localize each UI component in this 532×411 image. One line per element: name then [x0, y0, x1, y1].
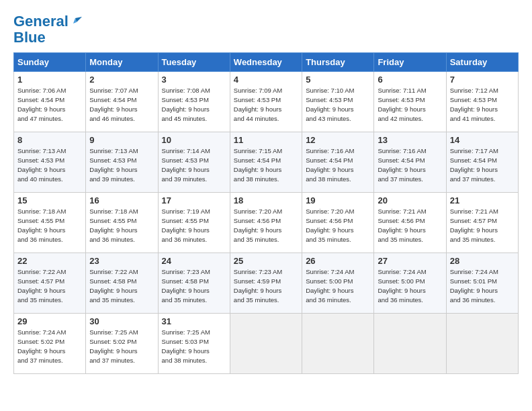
calendar-cell: 18 Sunrise: 7:20 AMSunset: 4:56 PMDaylig… [230, 193, 302, 253]
day-number: 4 [234, 75, 298, 85]
day-info: Sunrise: 7:20 AMSunset: 4:56 PMDaylight:… [306, 208, 354, 242]
weekday-header: Sunday [14, 53, 86, 72]
day-info: Sunrise: 7:09 AMSunset: 4:53 PMDaylight:… [234, 87, 282, 122]
calendar-cell: 6 Sunrise: 7:11 AMSunset: 4:53 PMDayligh… [374, 72, 446, 132]
calendar-cell [302, 314, 374, 374]
calendar-cell: 14 Sunrise: 7:17 AMSunset: 4:54 PMDaylig… [446, 132, 518, 193]
day-number: 22 [17, 256, 82, 266]
day-number: 26 [306, 256, 370, 266]
calendar-cell: 3 Sunrise: 7:08 AMSunset: 4:53 PMDayligh… [158, 72, 230, 132]
day-info: Sunrise: 7:07 AMSunset: 4:54 PMDaylight:… [89, 87, 138, 122]
day-number: 12 [306, 135, 370, 145]
calendar-cell [374, 314, 446, 374]
calendar-header-row: SundayMondayTuesdayWednesdayThursdayFrid… [14, 53, 519, 72]
logo-text: General [13, 13, 69, 30]
day-info: Sunrise: 7:14 AMSunset: 4:53 PMDaylight:… [162, 147, 210, 182]
day-info: Sunrise: 7:22 AMSunset: 4:57 PMDaylight:… [17, 268, 66, 303]
calendar-cell: 31 Sunrise: 7:25 AMSunset: 5:03 PMDaylig… [158, 314, 230, 374]
calendar-cell: 23 Sunrise: 7:22 AMSunset: 4:58 PMDaylig… [86, 253, 158, 314]
calendar-week-row: 15 Sunrise: 7:18 AMSunset: 4:55 PMDaylig… [14, 193, 519, 253]
day-number: 2 [89, 75, 154, 85]
logo: General Blue [13, 13, 82, 46]
calendar-cell: 11 Sunrise: 7:15 AMSunset: 4:54 PMDaylig… [230, 132, 302, 193]
calendar-cell: 9 Sunrise: 7:13 AMSunset: 4:53 PMDayligh… [86, 132, 158, 193]
day-info: Sunrise: 7:25 AMSunset: 5:03 PMDaylight:… [162, 328, 210, 363]
calendar-table: SundayMondayTuesdayWednesdayThursdayFrid… [13, 52, 519, 374]
day-number: 11 [234, 135, 298, 145]
calendar-cell: 30 Sunrise: 7:25 AMSunset: 5:02 PMDaylig… [86, 314, 158, 374]
weekday-header: Wednesday [230, 53, 302, 72]
header: General Blue [13, 13, 519, 46]
day-info: Sunrise: 7:10 AMSunset: 4:53 PMDaylight:… [306, 87, 354, 122]
day-number: 17 [162, 195, 226, 205]
day-info: Sunrise: 7:06 AMSunset: 4:54 PMDaylight:… [17, 87, 66, 122]
day-info: Sunrise: 7:24 AMSunset: 5:01 PMDaylight:… [450, 268, 498, 303]
calendar-cell: 10 Sunrise: 7:14 AMSunset: 4:53 PMDaylig… [158, 132, 230, 193]
calendar-body: 1 Sunrise: 7:06 AMSunset: 4:54 PMDayligh… [14, 72, 519, 374]
calendar-cell: 17 Sunrise: 7:19 AMSunset: 4:55 PMDaylig… [158, 193, 230, 253]
day-number: 8 [17, 135, 82, 145]
day-number: 24 [162, 256, 226, 266]
day-info: Sunrise: 7:16 AMSunset: 4:54 PMDaylight:… [306, 147, 354, 182]
calendar-cell: 27 Sunrise: 7:24 AMSunset: 5:00 PMDaylig… [374, 253, 446, 314]
weekday-header: Friday [374, 53, 446, 72]
calendar-cell [230, 314, 302, 374]
day-info: Sunrise: 7:21 AMSunset: 4:56 PMDaylight:… [378, 208, 426, 242]
calendar-cell: 22 Sunrise: 7:22 AMSunset: 4:57 PMDaylig… [14, 253, 86, 314]
day-number: 30 [89, 316, 154, 326]
day-info: Sunrise: 7:15 AMSunset: 4:54 PMDaylight:… [234, 147, 282, 182]
day-info: Sunrise: 7:19 AMSunset: 4:55 PMDaylight:… [162, 208, 210, 242]
calendar-cell: 26 Sunrise: 7:24 AMSunset: 5:00 PMDaylig… [302, 253, 374, 314]
day-number: 15 [17, 195, 82, 205]
day-info: Sunrise: 7:13 AMSunset: 4:53 PMDaylight:… [17, 147, 66, 182]
calendar-cell: 19 Sunrise: 7:20 AMSunset: 4:56 PMDaylig… [302, 193, 374, 253]
day-info: Sunrise: 7:08 AMSunset: 4:53 PMDaylight:… [162, 87, 210, 122]
day-info: Sunrise: 7:23 AMSunset: 4:59 PMDaylight:… [234, 268, 282, 303]
day-number: 18 [234, 195, 298, 205]
day-info: Sunrise: 7:24 AMSunset: 5:00 PMDaylight:… [378, 268, 426, 303]
calendar-cell: 8 Sunrise: 7:13 AMSunset: 4:53 PMDayligh… [14, 132, 86, 193]
calendar-week-row: 1 Sunrise: 7:06 AMSunset: 4:54 PMDayligh… [14, 72, 519, 132]
day-number: 3 [162, 75, 226, 85]
day-number: 9 [89, 135, 154, 145]
day-number: 5 [306, 75, 370, 85]
calendar-cell: 16 Sunrise: 7:18 AMSunset: 4:55 PMDaylig… [86, 193, 158, 253]
calendar-cell: 5 Sunrise: 7:10 AMSunset: 4:53 PMDayligh… [302, 72, 374, 132]
weekday-header: Tuesday [158, 53, 230, 72]
calendar-cell: 20 Sunrise: 7:21 AMSunset: 4:56 PMDaylig… [374, 193, 446, 253]
day-number: 7 [450, 75, 515, 85]
day-number: 20 [378, 195, 442, 205]
calendar-cell: 12 Sunrise: 7:16 AMSunset: 4:54 PMDaylig… [302, 132, 374, 193]
day-info: Sunrise: 7:24 AMSunset: 5:02 PMDaylight:… [17, 328, 66, 363]
calendar-cell: 24 Sunrise: 7:23 AMSunset: 4:58 PMDaylig… [158, 253, 230, 314]
day-number: 27 [378, 256, 442, 266]
logo-bird-icon [70, 15, 82, 28]
day-info: Sunrise: 7:25 AMSunset: 5:02 PMDaylight:… [89, 328, 138, 363]
day-number: 19 [306, 195, 370, 205]
day-info: Sunrise: 7:13 AMSunset: 4:53 PMDaylight:… [89, 147, 138, 182]
day-number: 28 [450, 256, 515, 266]
day-info: Sunrise: 7:21 AMSunset: 4:57 PMDaylight:… [450, 208, 498, 242]
calendar-cell: 13 Sunrise: 7:16 AMSunset: 4:54 PMDaylig… [374, 132, 446, 193]
calendar-cell: 7 Sunrise: 7:12 AMSunset: 4:53 PMDayligh… [446, 72, 518, 132]
day-number: 13 [378, 135, 442, 145]
weekday-header: Thursday [302, 53, 374, 72]
weekday-header: Saturday [446, 53, 518, 72]
weekday-header: Monday [86, 53, 158, 72]
day-info: Sunrise: 7:11 AMSunset: 4:53 PMDaylight:… [378, 87, 426, 122]
day-info: Sunrise: 7:18 AMSunset: 4:55 PMDaylight:… [17, 208, 66, 242]
day-info: Sunrise: 7:18 AMSunset: 4:55 PMDaylight:… [89, 208, 138, 242]
day-number: 31 [162, 316, 226, 326]
day-number: 1 [17, 75, 82, 85]
logo-text2: Blue [13, 30, 46, 46]
day-info: Sunrise: 7:23 AMSunset: 4:58 PMDaylight:… [162, 268, 210, 303]
day-number: 29 [17, 316, 82, 326]
calendar-cell: 2 Sunrise: 7:07 AMSunset: 4:54 PMDayligh… [86, 72, 158, 132]
calendar-cell: 21 Sunrise: 7:21 AMSunset: 4:57 PMDaylig… [446, 193, 518, 253]
calendar-cell: 25 Sunrise: 7:23 AMSunset: 4:59 PMDaylig… [230, 253, 302, 314]
day-info: Sunrise: 7:12 AMSunset: 4:53 PMDaylight:… [450, 87, 498, 122]
day-info: Sunrise: 7:16 AMSunset: 4:54 PMDaylight:… [378, 147, 426, 182]
day-number: 21 [450, 195, 515, 205]
day-info: Sunrise: 7:20 AMSunset: 4:56 PMDaylight:… [234, 208, 282, 242]
calendar-cell: 28 Sunrise: 7:24 AMSunset: 5:01 PMDaylig… [446, 253, 518, 314]
